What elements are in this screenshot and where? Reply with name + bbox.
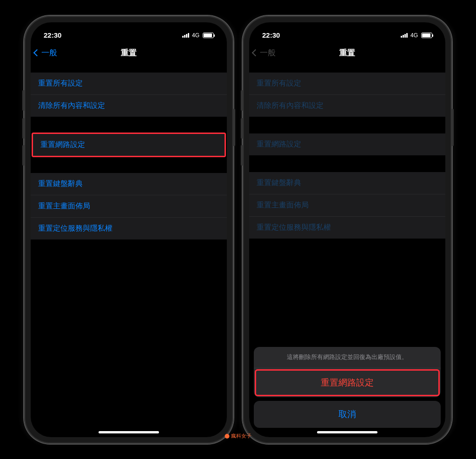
list-group-3: 重置鍵盤辭典 重置主畫面佈局 重置定位服務與隱私權	[31, 173, 227, 239]
phone-frame-left: 22:30 4G 一般 重置 重置所有設定 清除所有內容和設定 重置網路設定	[24, 16, 233, 444]
back-button[interactable]: 一般	[34, 47, 57, 58]
reset-network-settings: 重置網路設定	[249, 133, 445, 155]
phone-frame-right: 22:30 4G 一般 重置 重置所有設定 清除所有內容和設定 重置網路設定	[243, 16, 452, 444]
signal-icon	[182, 33, 189, 38]
watermark-text: 瘋科女子	[231, 432, 251, 439]
reset-network-settings[interactable]: 重置網路設定	[33, 134, 225, 156]
signal-icon	[401, 33, 408, 38]
reset-location-privacy: 重置定位服務與隱私權	[249, 217, 445, 239]
battery-icon	[203, 33, 214, 38]
content: 重置所有設定 清除所有內容和設定 重置網路設定 重置鍵盤辭典 重置主畫面佈局 重…	[249, 63, 445, 239]
screen-right: 22:30 4G 一般 重置 重置所有設定 清除所有內容和設定 重置網路設定	[249, 22, 445, 437]
status-time: 22:30	[262, 31, 280, 39]
list-group-2: 重置網路設定	[249, 133, 445, 155]
nav-bar: 一般 重置	[31, 43, 227, 63]
back-button-dimmed: 一般	[253, 47, 276, 58]
nav-bar: 一般 重置	[249, 43, 445, 63]
home-indicator[interactable]	[317, 431, 377, 433]
confirm-reset-network-button[interactable]: 重置網路設定	[255, 369, 440, 396]
back-label: 一般	[41, 47, 57, 58]
watermark-icon	[225, 434, 230, 439]
action-sheet: 這將刪除所有網路設定並回復為出廠預設值。 重置網路設定 取消	[254, 347, 441, 428]
notch	[85, 22, 173, 36]
network-label: 4G	[410, 32, 418, 39]
reset-location-privacy[interactable]: 重置定位服務與隱私權	[31, 218, 227, 239]
screen-left: 22:30 4G 一般 重置 重置所有設定 清除所有內容和設定 重置網路設定	[31, 22, 227, 437]
chevron-left-icon	[33, 49, 41, 57]
reset-home-layout: 重置主畫面佈局	[249, 194, 445, 217]
reset-home-layout[interactable]: 重置主畫面佈局	[31, 195, 227, 218]
content: 重置所有設定 清除所有內容和設定 重置網路設定 重置鍵盤辭典 重置主畫面佈局 重…	[31, 63, 227, 239]
erase-all-content[interactable]: 清除所有內容和設定	[31, 95, 227, 117]
list-group-1: 重置所有設定 清除所有內容和設定	[249, 73, 445, 117]
notch	[303, 22, 391, 36]
watermark: 瘋科女子	[225, 432, 251, 439]
reset-keyboard-dict: 重置鍵盤辭典	[249, 172, 445, 194]
battery-icon	[421, 33, 432, 38]
reset-all-settings[interactable]: 重置所有設定	[31, 73, 227, 95]
home-indicator[interactable]	[99, 431, 159, 433]
reset-keyboard-dict[interactable]: 重置鍵盤辭典	[31, 173, 227, 195]
network-label: 4G	[192, 32, 199, 39]
status-right: 4G	[182, 32, 214, 39]
list-group-1: 重置所有設定 清除所有內容和設定	[31, 73, 227, 117]
nav-title: 重置	[121, 47, 137, 58]
status-time: 22:30	[44, 31, 61, 39]
back-label: 一般	[260, 47, 276, 58]
reset-all-settings: 重置所有設定	[249, 73, 445, 95]
list-group-3: 重置鍵盤辭典 重置主畫面佈局 重置定位服務與隱私權	[249, 172, 445, 239]
status-right: 4G	[401, 32, 432, 39]
chevron-left-icon	[252, 49, 259, 57]
erase-all-content: 清除所有內容和設定	[249, 95, 445, 117]
sheet-group: 這將刪除所有網路設定並回復為出廠預設值。 重置網路設定	[254, 347, 441, 397]
highlight-reset-network: 重置網路設定	[32, 133, 226, 157]
cancel-button[interactable]: 取消	[254, 401, 441, 428]
sheet-message: 這將刪除所有網路設定並回復為出廠預設值。	[254, 347, 441, 368]
nav-title: 重置	[339, 47, 355, 58]
